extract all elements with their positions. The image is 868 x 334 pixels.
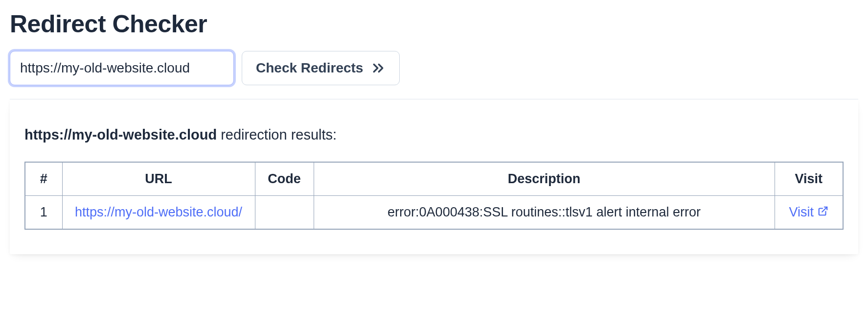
col-header-num: # [25,162,62,196]
cell-visit: Visit [775,196,843,230]
visit-link-label: Visit [789,205,814,220]
cell-num: 1 [25,196,62,230]
results-heading-url: https://my-old-website.cloud [24,127,217,143]
check-redirects-button[interactable]: Check Redirects [242,51,400,85]
result-url-link[interactable]: https://my-old-website.cloud/ [75,205,242,219]
external-link-icon [818,205,828,220]
controls-row: Check Redirects [10,51,858,99]
col-header-description: Description [314,162,775,196]
url-input[interactable] [10,51,234,85]
chevrons-right-icon [371,61,386,75]
svg-line-0 [822,207,827,212]
visit-link[interactable]: Visit [789,205,828,220]
page-title: Redirect Checker [10,10,858,38]
col-header-url: URL [62,162,255,196]
table-row: 1 https://my-old-website.cloud/ error:0A… [25,196,843,230]
results-heading: https://my-old-website.cloud redirection… [24,127,844,143]
results-table: # URL Code Description Visit 1 https://m… [24,162,844,230]
col-header-visit: Visit [775,162,843,196]
cell-url: https://my-old-website.cloud/ [62,196,255,230]
cell-description: error:0A000438:SSL routines::tlsv1 alert… [314,196,775,230]
check-redirects-label: Check Redirects [256,60,363,76]
col-header-code: Code [255,162,314,196]
results-card: https://my-old-website.cloud redirection… [10,99,858,254]
cell-code [255,196,314,230]
table-header-row: # URL Code Description Visit [25,162,843,196]
results-heading-suffix: redirection results: [217,127,337,143]
